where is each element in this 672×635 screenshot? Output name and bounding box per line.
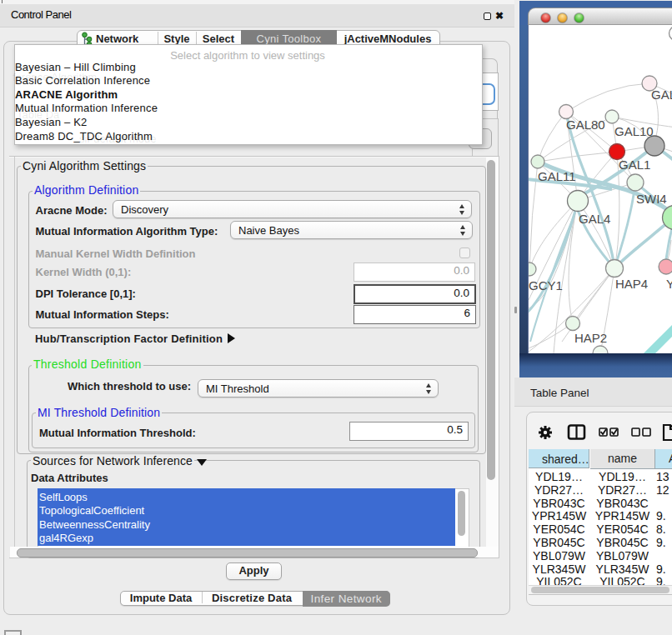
svg-text:GCY1: GCY1 bbox=[529, 278, 563, 292]
svg-text:GAL4: GAL4 bbox=[579, 212, 610, 226]
svg-text:GAL10: GAL10 bbox=[614, 124, 654, 138]
svg-text:GAL1: GAL1 bbox=[619, 158, 650, 172]
svg-text:GAL: GAL bbox=[651, 88, 672, 102]
svg-text:HAP4: HAP4 bbox=[615, 277, 648, 291]
svg-text:HAP2: HAP2 bbox=[574, 331, 607, 345]
svg-text:SWI4: SWI4 bbox=[636, 192, 667, 206]
svg-text:Y: Y bbox=[666, 277, 672, 291]
svg-text:GAL11: GAL11 bbox=[538, 169, 576, 183]
svg-text:GAL80: GAL80 bbox=[566, 118, 605, 132]
